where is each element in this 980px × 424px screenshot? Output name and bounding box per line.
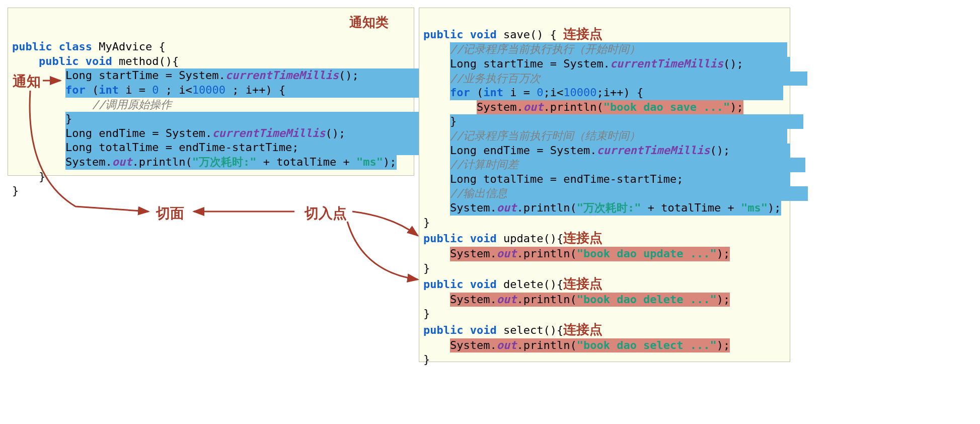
update-body: System.out.println("book dao update ..."… <box>450 247 730 261</box>
target-code-box: public void save() { 连接点 //记录程序当前执行执行（开始… <box>419 8 790 362</box>
label-tongzhi: 通知 <box>13 72 41 91</box>
advice-code-box: 通知类 public class MyAdvice { public void … <box>8 8 414 176</box>
advice-hl6: System.out.println("万次耗时:" + totalTime +… <box>65 155 397 170</box>
select-body: System.out.println("book dao select ..."… <box>450 338 730 353</box>
delete-body: System.out.println("book dao delete ..."… <box>450 293 730 307</box>
save-body: System.out.println("book dao save ..."); <box>477 100 743 115</box>
advice-hl1: Long startTime = System.currentTimeMilli… <box>65 68 425 83</box>
label-joinpoint-update: 连接点 <box>563 230 602 245</box>
advice-hl3: } <box>65 112 419 126</box>
advice-hl5: Long totalTime = endTime-startTime; <box>65 140 419 155</box>
label-joinpoint-delete: 连接点 <box>563 276 602 291</box>
label-joinpoint-select: 连接点 <box>563 322 602 337</box>
label-qiemian: 切面 <box>156 204 184 223</box>
advice-hl4: Long endTime = System.currentTimeMillis(… <box>65 126 425 141</box>
label-joinpoint-save: 连接点 <box>563 26 602 41</box>
label-tongzhilei: 通知类 <box>349 14 389 31</box>
label-qierudian: 切入点 <box>305 204 347 223</box>
advice-hl2: for (int i = 0 ; i<10000 ; i++) { <box>65 83 419 98</box>
